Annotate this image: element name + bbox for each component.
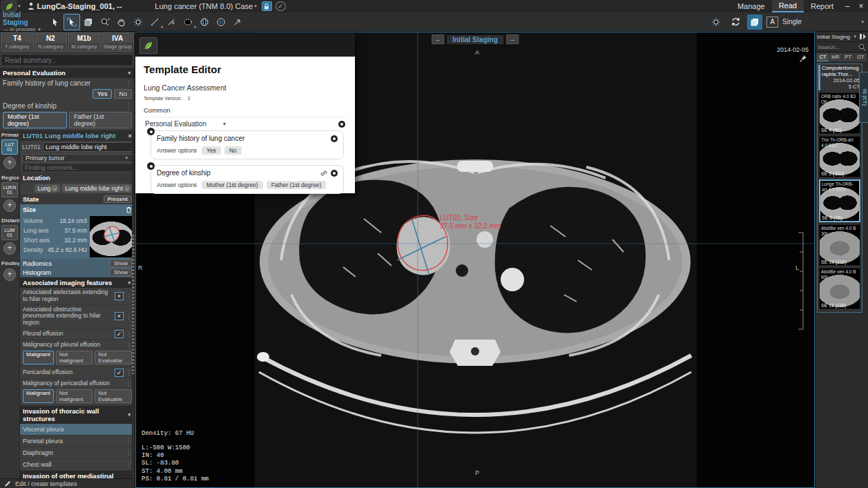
question-options-icon[interactable] — [331, 135, 338, 142]
drag-handle-icon[interactable] — [147, 162, 155, 170]
zoom-tool-icon[interactable] — [97, 14, 113, 30]
finding-badge-lut01[interactable]: LUT 01 — [1, 139, 18, 155]
template-name[interactable]: Lung Cancer Assessment — [144, 84, 347, 92]
workflow-block[interactable]: Initial Staging --- In process ▾ — [0, 11, 47, 32]
answer-chip[interactable]: Father (1st degree) — [267, 181, 327, 189]
sphere-tool-icon[interactable] — [196, 14, 213, 30]
size-header[interactable]: Size — [20, 204, 135, 215]
search-input[interactable]: Search... — [818, 44, 858, 50]
tab-ot[interactable]: OT — [855, 53, 867, 61]
kebab-menu-icon[interactable]: ⋮ — [126, 380, 132, 387]
editor-leaf-icon[interactable] — [139, 37, 157, 54]
add-finding-button[interactable]: + — [3, 269, 16, 281]
view-mode-select[interactable]: Single ▾ — [782, 18, 865, 26]
stage-m[interactable]: M1b M category — [68, 32, 101, 52]
case-selector[interactable]: Lung cancer (TNM 8.0) Case — [155, 2, 253, 10]
list-item-diaphragm[interactable]: Diaphragm⋮ — [20, 447, 135, 459]
chevron-down-icon[interactable]: ▾ — [254, 3, 257, 9]
layers-tool-icon[interactable] — [80, 14, 97, 30]
pointer-tool-icon[interactable] — [47, 14, 64, 30]
window-level-tool-icon[interactable] — [130, 14, 146, 30]
series-thumbnail[interactable]: Tho Th-ORB-art 4.0 B31f SE 5 (102) — [819, 136, 860, 177]
state-present-button[interactable]: Present — [104, 195, 132, 203]
roi-tool-icon[interactable]: ▾ — [180, 14, 196, 30]
next-step-button[interactable]: → — [506, 35, 519, 44]
tab-read[interactable]: Read — [772, 0, 804, 12]
series-workflow-select[interactable]: Initial Staging ▾ — [816, 32, 868, 42]
invasion-mediastinal-header[interactable]: Invasion of other mediastinal structures… — [20, 471, 135, 478]
not-evaluable-button[interactable]: Not Evaluable — [95, 351, 132, 364]
prev-step-button[interactable]: ← — [432, 35, 444, 44]
finding-type-select[interactable]: Primary tumor▾ — [22, 154, 133, 162]
question-options-icon[interactable] — [331, 170, 338, 177]
tab-mr[interactable]: MR — [829, 53, 841, 61]
radiomics-show-button[interactable]: Show — [110, 260, 132, 267]
stage-t[interactable]: T4 T category — [1, 32, 34, 52]
kebab-menu-icon[interactable]: ⋮ — [126, 313, 132, 320]
kebab-menu-icon[interactable]: ⋮ — [126, 342, 132, 349]
study-card[interactable]: Computertomog raphie.Thor... 2014-02-05 … — [817, 64, 862, 313]
series-thumbnail[interactable]: Abd/Be ven 4.0 B 30f SE 10 (118) — [819, 224, 860, 266]
tag-lobe[interactable]: Lung middle lobe right× — [62, 184, 133, 193]
lesion-thumbnail[interactable] — [90, 216, 133, 257]
question-card[interactable]: Degree of kinship Answer options Mother … — [151, 165, 344, 194]
pan-tool-icon[interactable] — [113, 14, 130, 30]
group-options-icon[interactable] — [338, 121, 345, 128]
checkbox-excluded[interactable]: × — [115, 312, 124, 320]
confirm-check-icon[interactable]: ✓ — [276, 1, 286, 11]
tab-pt[interactable]: PT — [842, 53, 854, 61]
lock-icon[interactable] — [262, 1, 272, 11]
yes-button[interactable]: Yes — [93, 89, 113, 99]
list-item-visceral-pleura[interactable]: Visceral pleura⋮ — [20, 424, 135, 436]
drag-handle-icon[interactable] — [147, 128, 155, 135]
invasion-thoracic-header[interactable]: Invasion of thoracic wall structures▾ — [20, 406, 135, 424]
malignant-button[interactable]: Malignant — [23, 389, 54, 403]
kebab-menu-icon[interactable]: ⋮ — [126, 293, 132, 300]
finding-comment-input[interactable] — [22, 164, 133, 172]
finding-name-input[interactable] — [43, 142, 133, 152]
tab-report[interactable]: Report — [804, 0, 840, 12]
no-button[interactable]: No — [114, 89, 132, 99]
measure-tool-icon[interactable]: ▾ — [146, 14, 163, 30]
remove-tag-icon[interactable]: × — [52, 186, 57, 191]
not-malignant-button[interactable]: Not malignant — [56, 389, 93, 403]
chevron-down-icon[interactable]: ▾ — [223, 121, 226, 127]
series-thumbnail-selected[interactable]: Lunge Th-ORB-art 4.0 B60f SE 6 (76) — [819, 179, 860, 222]
imaging-features-header[interactable]: Associated imaging features▾ — [20, 277, 135, 288]
malignant-button[interactable]: Malignant — [23, 351, 54, 364]
layout-layers-icon[interactable] — [747, 14, 762, 30]
close-button[interactable]: × — [854, 1, 868, 11]
mother-button[interactable]: Mother (1st degree) — [3, 112, 67, 128]
target-tool-icon[interactable] — [213, 14, 229, 30]
answer-chip[interactable]: Yes — [202, 146, 221, 155]
checkbox-excluded[interactable]: × — [115, 292, 124, 300]
personal-evaluation-header[interactable]: Personal Evaluation▾ — [0, 68, 135, 78]
arrow-annotation-tool-icon[interactable] — [229, 14, 246, 30]
minimize-button[interactable]: – — [840, 1, 854, 11]
edit-templates-bar[interactable]: Edit / create templates — [0, 478, 135, 488]
select-tool-icon[interactable] — [64, 14, 80, 30]
tag-lung[interactable]: Lung× — [35, 184, 60, 193]
list-item-parietal-pleura[interactable]: Parietal pleura⋮ — [20, 436, 135, 447]
editor-titlebar[interactable] — [135, 33, 355, 57]
add-distant-button[interactable]: + — [3, 242, 16, 255]
read-summary-input[interactable] — [1, 55, 133, 66]
finding-badge-lukn01[interactable]: LUKN 01 — [1, 182, 18, 197]
answer-chip[interactable]: No — [224, 146, 242, 155]
kebab-menu-icon[interactable]: ⋮ — [126, 331, 132, 338]
kebab-menu-icon[interactable]: ⋮ — [126, 79, 132, 86]
checkbox-checked[interactable]: ✓ — [115, 330, 124, 338]
layout-a-button[interactable]: A — [766, 17, 778, 28]
stage-n[interactable]: N2 N category — [35, 32, 68, 52]
list-item-chest-wall[interactable]: Chest wall⋮ — [20, 459, 135, 471]
series-thumbnail[interactable]: ORB nativ 4.0 B3 OF SE 4 (31) — [819, 92, 860, 134]
remove-tag-icon[interactable]: × — [124, 186, 130, 191]
chevron-down-icon[interactable]: ▾ — [18, 3, 21, 9]
series-thumbnail[interactable]: Abd/Be ven 4.0 B 60f SE 11 (118) — [819, 268, 860, 309]
finding-badge-lum01[interactable]: LUM 01 — [1, 225, 18, 240]
stage-group[interactable]: IVA Stage group — [102, 32, 135, 52]
link-icon[interactable] — [320, 170, 327, 177]
add-regional-button[interactable]: + — [3, 199, 16, 212]
delete-measure-tool-icon[interactable] — [163, 14, 180, 30]
study-header[interactable]: Computertomog raphie.Thor... 2014-02-05 … — [818, 65, 861, 90]
